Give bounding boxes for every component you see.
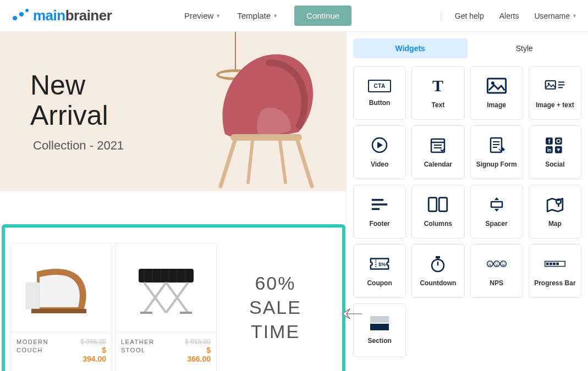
section-icon xyxy=(370,316,389,330)
get-help-link[interactable]: Get help xyxy=(455,12,484,20)
widget-calendar[interactable]: Calendar xyxy=(411,125,464,179)
widget-map[interactable]: Map xyxy=(529,185,581,239)
coupon-icon: $% xyxy=(369,255,390,273)
svg-text:in: in xyxy=(547,147,552,153)
svg-point-60 xyxy=(500,261,506,267)
svg-rect-64 xyxy=(546,263,549,265)
play-icon xyxy=(369,136,390,154)
svg-text:T: T xyxy=(432,77,443,95)
widget-video[interactable]: Video xyxy=(353,125,406,179)
widget-progress-bar[interactable]: Progress Bar xyxy=(529,244,581,298)
workspace: NewArrival Collection - 2021 xyxy=(0,32,588,371)
form-icon xyxy=(486,136,507,154)
chair-image xyxy=(203,46,329,191)
product-name: LEATHER STOOL xyxy=(121,338,181,355)
svg-rect-45 xyxy=(491,202,502,207)
topbar: mainbrainer Preview▼ Template▼ Continue … xyxy=(0,0,588,32)
hero-title: NewArrival xyxy=(30,70,124,131)
old-price: $ 985.00 xyxy=(76,338,106,346)
widget-spacer[interactable]: Spacer xyxy=(470,185,523,239)
social-icon: fin xyxy=(545,136,565,154)
spacer-icon xyxy=(486,196,507,213)
product-image xyxy=(11,243,112,332)
widget-grid: CTA Button T Text Image Image + text Vid… xyxy=(347,63,588,364)
svg-rect-44 xyxy=(439,198,448,212)
widget-image[interactable]: Image xyxy=(470,66,523,120)
nav-center: Preview▼ Template▼ Continue xyxy=(184,5,351,26)
svg-rect-67 xyxy=(556,263,559,265)
svg-text:$%: $% xyxy=(378,261,386,267)
tab-style[interactable]: Style xyxy=(468,38,582,58)
map-icon xyxy=(545,196,565,213)
selected-section[interactable]: MODERN COUCH $ 985.00 $ 394.00 xyxy=(2,224,345,371)
svg-point-53 xyxy=(487,261,493,267)
svg-rect-65 xyxy=(549,263,552,265)
svg-rect-66 xyxy=(553,263,556,265)
svg-point-61 xyxy=(502,263,503,264)
svg-point-46 xyxy=(556,199,561,204)
svg-point-56 xyxy=(493,261,499,267)
alerts-link[interactable]: Alerts xyxy=(499,12,519,20)
tab-widgets[interactable]: Widgets xyxy=(353,38,468,58)
calendar-icon xyxy=(427,136,448,154)
svg-point-62 xyxy=(504,263,505,264)
widget-image-text[interactable]: Image + text xyxy=(529,66,581,120)
svg-rect-0 xyxy=(230,134,302,141)
product-name: MODERN COUCH xyxy=(17,338,76,355)
template-dropdown[interactable]: Template▼ xyxy=(237,11,278,20)
cta-icon: CTA xyxy=(368,80,391,92)
svg-line-3 xyxy=(248,141,252,182)
svg-rect-35 xyxy=(555,137,562,145)
continue-button[interactable]: Continue xyxy=(294,5,351,26)
widget-columns[interactable]: Columns xyxy=(411,185,464,239)
svg-rect-17 xyxy=(487,79,505,93)
hero-subtitle: Collection - 2021 xyxy=(30,139,124,153)
columns-icon xyxy=(427,196,448,213)
widget-social[interactable]: fin Social xyxy=(529,125,581,179)
caret-down-icon: ▼ xyxy=(273,13,278,19)
caret-down-icon: ▼ xyxy=(572,13,577,19)
widget-countdown[interactable]: Countdown xyxy=(411,244,464,298)
logo-text-2: brainer xyxy=(65,7,112,24)
progress-icon xyxy=(545,255,565,273)
stopwatch-icon xyxy=(427,255,448,273)
sale-banner[interactable]: 60%SALETIME xyxy=(219,243,331,371)
svg-line-2 xyxy=(298,141,312,186)
product-card[interactable]: LEATHER STOOL $ 915.00 $ 366.00 xyxy=(115,243,217,371)
logo[interactable]: mainbrainer xyxy=(11,7,112,24)
new-price: $ 366.00 xyxy=(181,346,211,363)
new-price: $ 394.00 xyxy=(76,346,106,363)
widget-text[interactable]: T Text xyxy=(411,66,464,120)
svg-rect-6 xyxy=(31,309,86,313)
preview-dropdown[interactable]: Preview▼ xyxy=(184,11,221,20)
user-dropdown[interactable]: Username▼ xyxy=(534,12,577,20)
side-panel: Widgets Style CTA Button T Text Image Im… xyxy=(346,32,588,371)
image-icon xyxy=(486,77,507,95)
logo-text-1: main xyxy=(33,7,65,24)
svg-point-58 xyxy=(497,263,498,264)
svg-point-57 xyxy=(495,263,496,264)
svg-line-4 xyxy=(280,141,285,182)
pointer-arrow-icon xyxy=(341,306,363,322)
logo-icon xyxy=(11,8,30,24)
image-text-icon xyxy=(545,77,565,95)
nps-icon xyxy=(486,255,507,273)
svg-point-55 xyxy=(491,263,492,264)
footer-icon xyxy=(369,196,390,213)
panel-tabs: Widgets Style xyxy=(347,32,588,63)
hero-section[interactable]: NewArrival Collection - 2021 xyxy=(0,32,346,191)
nav-right: Get help Alerts Username▼ xyxy=(441,12,577,20)
widget-footer[interactable]: Footer xyxy=(353,185,406,239)
svg-rect-43 xyxy=(429,198,437,212)
svg-point-54 xyxy=(488,263,490,264)
svg-rect-51 xyxy=(436,256,440,258)
svg-rect-5 xyxy=(26,283,40,309)
product-card[interactable]: MODERN COUCH $ 985.00 $ 394.00 xyxy=(10,243,112,371)
text-icon: T xyxy=(427,77,448,95)
svg-rect-19 xyxy=(546,81,556,89)
widget-nps[interactable]: NPS xyxy=(470,244,523,298)
widget-coupon[interactable]: $% Coupon xyxy=(353,244,406,298)
widget-signup-form[interactable]: Signup Form xyxy=(470,125,523,179)
widget-button[interactable]: CTA Button xyxy=(353,66,406,120)
canvas[interactable]: NewArrival Collection - 2021 xyxy=(0,32,346,371)
